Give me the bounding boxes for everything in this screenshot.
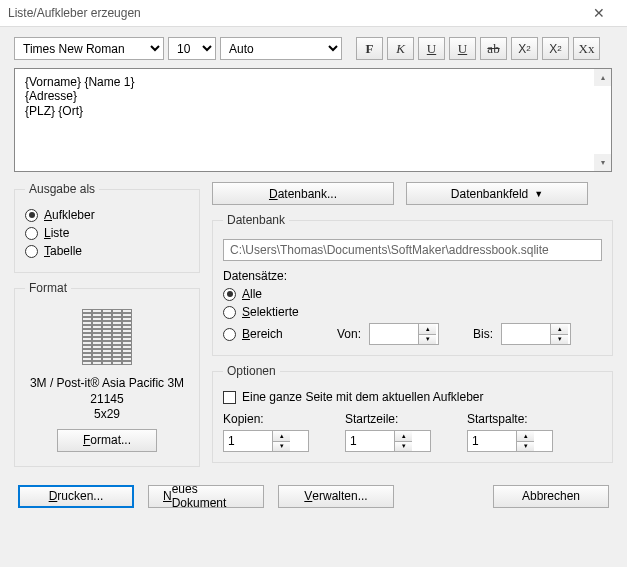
radio-icon — [25, 209, 38, 222]
checkbox-icon — [223, 391, 236, 404]
font-size-select[interactable]: 10 — [168, 37, 216, 60]
database-button[interactable]: Datenbank... — [212, 182, 394, 205]
underline-button[interactable]: U — [418, 37, 445, 60]
from-input[interactable] — [370, 324, 418, 344]
fullpage-check[interactable]: Eine ganze Seite mit dem aktuellen Aufkl… — [223, 390, 602, 404]
smallcaps-button[interactable]: Xx — [573, 37, 600, 60]
format-group: Format — [14, 281, 200, 467]
new-document-button[interactable]: Neues Dokument — [148, 485, 264, 508]
bold-button[interactable]: F — [356, 37, 383, 60]
subscript-button[interactable]: X2 — [511, 37, 538, 60]
startrow-spinner[interactable]: ▴▾ — [345, 430, 431, 452]
radio-icon — [223, 328, 236, 341]
to-spinner[interactable]: ▴▾ — [501, 323, 571, 345]
database-group: Datenbank C:\Users\Thomas\Documents\Soft… — [212, 213, 613, 356]
to-label: Bis: — [473, 327, 493, 341]
spin-down-icon[interactable]: ▾ — [273, 442, 290, 452]
radio-list[interactable]: Liste — [25, 226, 189, 240]
format-button[interactable]: Format... — [57, 429, 157, 452]
startcol-label: Startspalte: — [467, 412, 553, 426]
startrow-label: Startzeile: — [345, 412, 431, 426]
radio-icon — [223, 288, 236, 301]
spin-up-icon[interactable]: ▴ — [551, 324, 568, 335]
font-toolbar: Times New Roman 10 Auto F K U U ab X2 X2… — [14, 37, 613, 60]
db-legend: Datenbank — [223, 213, 289, 227]
options-legend: Optionen — [223, 364, 280, 378]
format-name: 3M / Post-it® Asia Pacific 3M 21145 5x29 — [25, 376, 189, 423]
scroll-down-icon[interactable]: ▾ — [594, 154, 611, 171]
radio-range[interactable]: Bereich — [223, 327, 329, 341]
font-family-select[interactable]: Times New Roman — [14, 37, 164, 60]
template-line: {PLZ} {Ort} — [25, 104, 601, 118]
options-group: Optionen Eine ganze Seite mit dem aktuel… — [212, 364, 613, 463]
spin-down-icon[interactable]: ▾ — [395, 442, 412, 452]
spin-up-icon[interactable]: ▴ — [517, 431, 534, 442]
copies-spinner[interactable]: ▴▾ — [223, 430, 309, 452]
cancel-button[interactable]: Abbrechen — [493, 485, 609, 508]
startcol-input[interactable] — [468, 431, 516, 451]
radio-selected[interactable]: Selektierte — [223, 305, 602, 319]
italic-button[interactable]: K — [387, 37, 414, 60]
print-button[interactable]: Drucken... — [18, 485, 134, 508]
template-line: {Vorname} {Name 1} — [25, 75, 601, 89]
superscript-button[interactable]: X2 — [542, 37, 569, 60]
strikethrough-button[interactable]: ab — [480, 37, 507, 60]
copies-input[interactable] — [224, 431, 272, 451]
from-label: Von: — [337, 327, 361, 341]
radio-icon — [223, 306, 236, 319]
radio-icon — [25, 245, 38, 258]
double-underline-button[interactable]: U — [449, 37, 476, 60]
spin-up-icon[interactable]: ▴ — [419, 324, 436, 335]
startrow-input[interactable] — [346, 431, 394, 451]
template-editor[interactable]: {Vorname} {Name 1} {Adresse} {PLZ} {Ort}… — [14, 68, 612, 172]
font-color-select[interactable]: Auto — [220, 37, 342, 60]
label-preview — [25, 309, 189, 368]
spin-down-icon[interactable]: ▾ — [517, 442, 534, 452]
to-input[interactable] — [502, 324, 550, 344]
startcol-spinner[interactable]: ▴▾ — [467, 430, 553, 452]
records-label: Datensätze: — [223, 269, 602, 283]
database-field-button[interactable]: Datenbankfeld▼ — [406, 182, 588, 205]
manage-button[interactable]: Verwalten... — [278, 485, 394, 508]
output-legend: Ausgabe als — [25, 182, 99, 196]
close-icon[interactable]: ✕ — [579, 5, 619, 21]
radio-icon — [25, 227, 38, 240]
scroll-up-icon[interactable]: ▴ — [594, 69, 611, 86]
db-path: C:\Users\Thomas\Documents\SoftMaker\addr… — [223, 239, 602, 261]
chevron-down-icon: ▼ — [534, 189, 543, 199]
radio-all[interactable]: Alle — [223, 287, 602, 301]
titlebar: Liste/Aufkleber erzeugen ✕ — [0, 0, 627, 27]
spin-up-icon[interactable]: ▴ — [395, 431, 412, 442]
labelgrid-icon — [82, 309, 132, 365]
format-legend: Format — [25, 281, 71, 295]
radio-labels[interactable]: Aufkleber — [25, 208, 189, 222]
template-line: {Adresse} — [25, 89, 601, 103]
from-spinner[interactable]: ▴▾ — [369, 323, 439, 345]
copies-label: Kopien: — [223, 412, 309, 426]
output-as-group: Ausgabe als Aufkleber Liste Tabelle — [14, 182, 200, 273]
radio-table[interactable]: Tabelle — [25, 244, 189, 258]
spin-up-icon[interactable]: ▴ — [273, 431, 290, 442]
window-title: Liste/Aufkleber erzeugen — [8, 6, 579, 20]
spin-down-icon[interactable]: ▾ — [419, 335, 436, 345]
spin-down-icon[interactable]: ▾ — [551, 335, 568, 345]
